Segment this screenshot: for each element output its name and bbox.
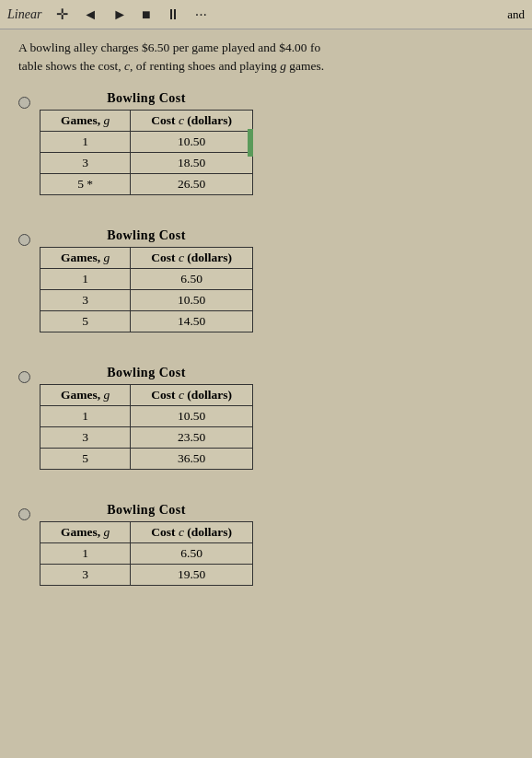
- games-cell: 5: [40, 448, 131, 469]
- cost-cell: 10.50: [131, 405, 253, 426]
- table-row: 3 18.50: [40, 152, 253, 173]
- radio-3[interactable]: [18, 371, 30, 383]
- table-row: 5 14.50: [40, 310, 253, 332]
- cost-cell: 23.50: [131, 426, 253, 448]
- col1-header-3: Games, g: [40, 384, 131, 405]
- cost-cell: 19.50: [131, 564, 253, 585]
- cost-cell: 10.50: [131, 289, 253, 310]
- play-button[interactable]: ►: [109, 5, 131, 25]
- table-row: 1 6.50: [40, 542, 253, 564]
- and-text: and: [507, 7, 525, 22]
- option-3: Bowling Cost Games, g Cost c (dollars) 1…: [18, 366, 514, 486]
- back-button[interactable]: ◄: [79, 5, 101, 25]
- problem-text: A bowling alley charges $6.50 per game p…: [18, 39, 514, 76]
- col1-header-1: Games, g: [40, 110, 131, 131]
- table-row: 3 23.50: [40, 426, 253, 448]
- col2-header-3: Cost c (dollars): [131, 384, 253, 405]
- table-row: 5 * 26.50: [40, 173, 253, 194]
- table-title-3: Bowling Cost: [107, 366, 186, 380]
- top-bar: Linear ✛ ◄ ► ■ ⏸ ··· and: [0, 0, 532, 29]
- col2-header-4: Cost c (dollars): [131, 521, 253, 542]
- table-section-4: Bowling Cost Games, g Cost c (dollars) 1…: [40, 503, 253, 586]
- games-cell: 3: [40, 564, 131, 585]
- table-section-1: Bowling Cost Games, g Cost c (dollars) 1…: [40, 91, 253, 195]
- add-button[interactable]: ✛: [52, 4, 72, 25]
- option-1: Bowling Cost Games, g Cost c (dollars) 1…: [18, 91, 514, 212]
- table-1: Games, g Cost c (dollars) 1 10.50 3 18.5…: [40, 110, 253, 195]
- table-row: 5 36.50: [40, 448, 253, 469]
- green-accent-1: [248, 129, 253, 157]
- games-cell: 5: [40, 310, 131, 332]
- cost-cell: 10.50: [131, 131, 253, 152]
- content-area: A bowling alley charges $6.50 per game p…: [0, 29, 532, 621]
- answer-section: Bowling Cost Games, g Cost c (dollars) 1…: [18, 91, 514, 602]
- table-title-1: Bowling Cost: [107, 91, 186, 106]
- table-title-4: Bowling Cost: [107, 503, 186, 518]
- stop-button[interactable]: ■: [138, 5, 155, 25]
- cost-cell: 18.50: [131, 152, 253, 173]
- cost-cell: 6.50: [131, 268, 253, 289]
- table-2: Games, g Cost c (dollars) 1 6.50 3 10.50: [40, 247, 253, 332]
- table-row: 3 10.50: [40, 289, 253, 310]
- table-4: Games, g Cost c (dollars) 1 6.50 3 19.50: [40, 521, 253, 586]
- cost-cell: 26.50: [131, 173, 253, 194]
- col2-header-1: Cost c (dollars): [131, 110, 253, 131]
- radio-4[interactable]: [18, 508, 30, 520]
- cost-cell: 14.50: [131, 310, 253, 332]
- games-cell: 3: [40, 152, 131, 173]
- table-section-2: Bowling Cost Games, g Cost c (dollars) 1…: [40, 228, 253, 332]
- games-cell: 1: [40, 268, 131, 289]
- games-cell: 1: [40, 542, 131, 564]
- table-row: 1 10.50: [40, 131, 253, 152]
- table-row truncated-row: 3 19.50: [40, 564, 253, 585]
- games-cell: 3: [40, 289, 131, 310]
- table-title-2: Bowling Cost: [107, 228, 186, 243]
- games-cell: 3: [40, 426, 131, 448]
- table-row: 1 10.50: [40, 405, 253, 426]
- option-4: Bowling Cost Games, g Cost c (dollars) 1…: [18, 503, 514, 602]
- radio-1[interactable]: [18, 97, 30, 109]
- more-button[interactable]: ···: [191, 5, 211, 25]
- cost-cell: 36.50: [131, 448, 253, 469]
- top-bar-label: Linear: [7, 7, 41, 22]
- col1-header-2: Games, g: [40, 247, 131, 268]
- table-3: Games, g Cost c (dollars) 1 10.50 3 23.5…: [40, 384, 253, 470]
- cost-cell: 6.50: [131, 542, 253, 564]
- radio-2[interactable]: [18, 234, 30, 246]
- games-cell: 5 *: [40, 173, 131, 194]
- games-cell: 1: [40, 405, 131, 426]
- col2-header-2: Cost c (dollars): [131, 247, 253, 268]
- table-section-3: Bowling Cost Games, g Cost c (dollars) 1…: [40, 366, 253, 470]
- col1-header-4: Games, g: [40, 521, 131, 542]
- games-cell: 1: [40, 131, 131, 152]
- pause-button[interactable]: ⏸: [162, 5, 184, 25]
- table-row: 1 6.50: [40, 268, 253, 289]
- option-2: Bowling Cost Games, g Cost c (dollars) 1…: [18, 228, 514, 349]
